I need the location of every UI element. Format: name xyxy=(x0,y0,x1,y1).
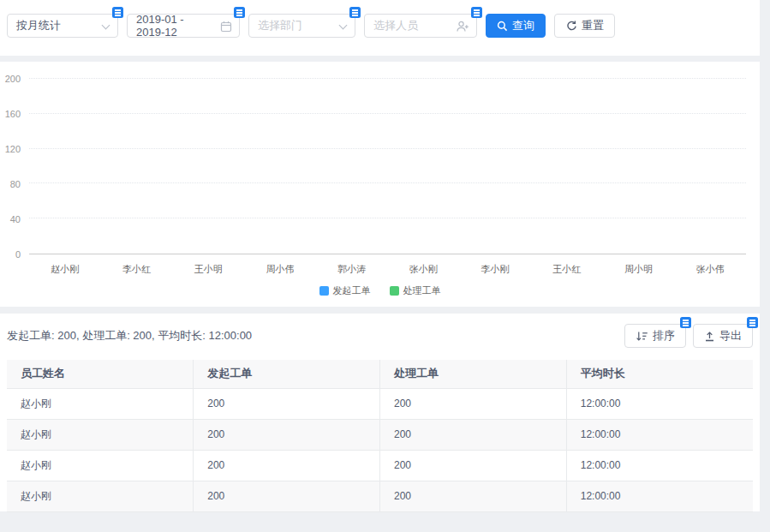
table-cell: 赵小刚 xyxy=(7,450,194,481)
table-cell: 200 xyxy=(194,481,380,511)
department-select-placeholder: 选择部门 xyxy=(258,18,302,33)
search-icon xyxy=(497,21,508,32)
table-row: 赵小刚20020012:00:00 xyxy=(7,481,753,511)
annotation-badge[interactable] xyxy=(747,317,758,328)
gridline xyxy=(29,113,746,114)
x-tick-label: 周小伟 xyxy=(244,255,316,276)
department-select[interactable]: 选择部门 xyxy=(248,14,355,38)
chart-plot-area xyxy=(29,79,746,254)
table-cell: 赵小刚 xyxy=(7,388,194,419)
query-button-label: 查询 xyxy=(512,18,534,33)
y-tick-label: 0 xyxy=(15,249,21,260)
refresh-icon xyxy=(565,20,577,32)
export-icon xyxy=(704,331,715,342)
person-add-icon xyxy=(456,21,469,33)
x-tick-label: 李小红 xyxy=(101,255,173,276)
table-cell: 12:00:00 xyxy=(566,419,753,450)
y-tick-label: 40 xyxy=(10,214,21,224)
period-select-value: 按月统计 xyxy=(16,18,61,33)
table-cell: 12:00:00 xyxy=(566,450,753,481)
reset-button-label: 重置 xyxy=(582,18,604,33)
export-button[interactable]: 导出 xyxy=(693,324,753,348)
x-tick-label: 周小明 xyxy=(603,255,675,276)
y-tick-label: 120 xyxy=(5,144,21,154)
workorder-table: 员工姓名发起工单处理工单平均时长 赵小刚20020012:00:00赵小刚200… xyxy=(7,360,753,512)
annotation-badge[interactable] xyxy=(680,317,691,328)
table-column-header: 处理工单 xyxy=(380,360,567,388)
chart-y-axis: 04080120160200 xyxy=(0,79,24,254)
table-cell: 200 xyxy=(380,419,567,450)
x-tick-label: 张小伟 xyxy=(674,255,746,276)
x-tick-label: 张小刚 xyxy=(388,255,460,276)
annotation-badge[interactable] xyxy=(112,7,123,18)
reset-button[interactable]: 重置 xyxy=(554,14,615,38)
annotation-badge[interactable] xyxy=(471,7,482,18)
annotation-badge[interactable] xyxy=(234,7,245,18)
y-tick-label: 80 xyxy=(10,179,21,189)
export-button-label: 导出 xyxy=(719,328,742,344)
table-cell: 200 xyxy=(194,419,380,450)
table-cell: 赵小刚 xyxy=(7,481,194,511)
filter-toolbar: 按月统计 2019-01 - 2019-12 选择部门 xyxy=(0,0,760,56)
date-range-picker[interactable]: 2019-01 - 2019-12 xyxy=(127,14,240,38)
table-cell: 200 xyxy=(194,388,380,419)
x-tick-label: 李小刚 xyxy=(459,255,531,276)
gridline xyxy=(29,148,746,149)
summary-text: 发起工单: 200, 处理工单: 200, 平均时长: 12:00:00 xyxy=(7,328,252,344)
chart-bars xyxy=(29,79,746,254)
table-cell: 12:00:00 xyxy=(566,388,753,419)
statistics-panel: 发起工单: 200, 处理工单: 200, 平均时长: 12:00:00 排序 xyxy=(0,314,760,511)
gridline xyxy=(29,218,746,218)
person-input[interactable]: 选择人员 xyxy=(364,14,477,38)
legend-item[interactable]: 发起工单 xyxy=(319,284,371,297)
table-row: 赵小刚20020012:00:00 xyxy=(7,450,753,481)
query-button[interactable]: 查询 xyxy=(486,14,546,38)
chevron-down-icon xyxy=(339,21,348,30)
table-column-header: 发起工单 xyxy=(194,360,380,388)
table-cell: 赵小刚 xyxy=(7,419,194,450)
chart-legend: 发起工单处理工单 xyxy=(0,284,760,297)
y-tick-label: 200 xyxy=(5,74,21,84)
chart-x-axis: 赵小刚李小红王小明周小伟郭小涛张小刚李小刚王小红周小明张小伟 xyxy=(29,255,746,276)
x-tick-label: 赵小刚 xyxy=(29,255,101,276)
x-tick-label: 王小明 xyxy=(172,255,244,276)
x-tick-label: 王小红 xyxy=(531,255,603,276)
sort-icon xyxy=(636,331,648,342)
legend-label: 发起工单 xyxy=(333,284,371,297)
person-input-placeholder: 选择人员 xyxy=(373,18,418,33)
legend-swatch-icon xyxy=(390,286,399,296)
legend-swatch-icon xyxy=(319,286,329,296)
period-select[interactable]: 按月统计 xyxy=(7,14,118,38)
table-column-header: 员工姓名 xyxy=(7,360,194,388)
table-cell: 200 xyxy=(380,450,567,481)
gridline xyxy=(29,182,746,183)
table-column-header: 平均时长 xyxy=(566,360,753,388)
legend-label: 处理工单 xyxy=(403,284,441,297)
calendar-icon xyxy=(220,21,232,33)
bar-chart-card: 04080120160200 赵小刚李小红王小明周小伟郭小涛张小刚李小刚王小红周… xyxy=(0,62,760,307)
table-row: 赵小刚20020012:00:00 xyxy=(7,419,753,450)
page-content: 按月统计 2019-01 - 2019-12 选择部门 xyxy=(0,0,760,511)
table-cell: 200 xyxy=(194,450,380,481)
sort-button[interactable]: 排序 xyxy=(624,324,686,348)
date-range-value: 2019-01 - 2019-12 xyxy=(136,13,215,39)
table-cell: 200 xyxy=(380,481,567,511)
chevron-down-icon xyxy=(102,21,110,30)
x-tick-label: 郭小涛 xyxy=(316,255,388,276)
legend-item[interactable]: 处理工单 xyxy=(390,284,441,297)
gridline xyxy=(29,78,746,79)
sort-button-label: 排序 xyxy=(653,328,675,344)
table-cell: 200 xyxy=(380,388,567,419)
annotation-badge[interactable] xyxy=(349,7,361,18)
table-row: 赵小刚20020012:00:00 xyxy=(7,388,753,419)
y-tick-label: 160 xyxy=(5,109,21,119)
table-cell: 12:00:00 xyxy=(566,481,753,511)
